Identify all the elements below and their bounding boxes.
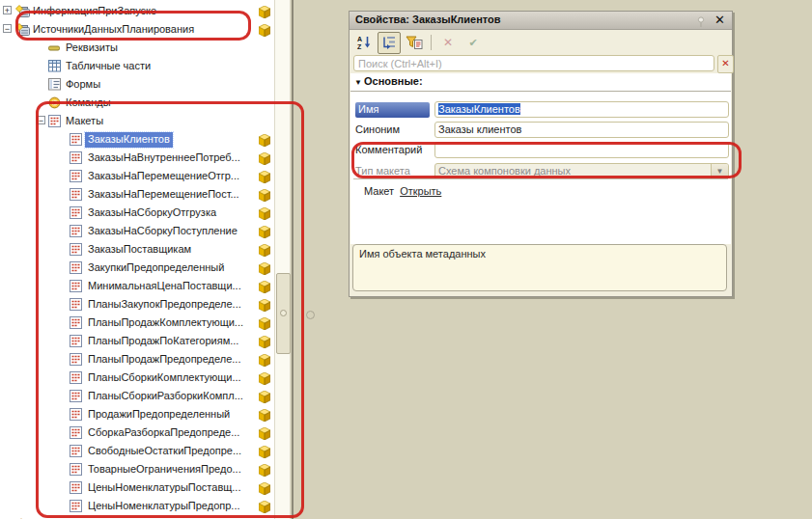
tree-item[interactable]: СборкаРазборкаПредопреде... — [0, 423, 274, 442]
tree-item-label: ЦеныНоменклатурыПредопр... — [88, 499, 240, 513]
form-icon — [48, 78, 63, 92]
layout-type-combobox[interactable]: Схема компоновки данных ▼ — [434, 163, 729, 179]
supplied-object-cube-icon — [259, 280, 270, 292]
tree-item-label: СвободныеОстаткиПредопре... — [88, 444, 241, 458]
configurator-window: +ИнформацияПриЗапуске−ИсточникиДанныхПла… — [0, 0, 812, 519]
tree-item[interactable]: +ИнформацияПриЗапуске — [0, 2, 274, 20]
field-row-synonym: Синоним Заказы клиентов — [350, 122, 731, 139]
tree-item[interactable]: ЗакупкиПредопределенный — [0, 259, 274, 277]
tree-item[interactable]: ПланыПродажПоКатегориям... — [0, 332, 274, 350]
apply-edit-icon[interactable]: ✔ — [462, 32, 485, 54]
tree-item-label: ЗаказыНаСборкуОтгрузка — [88, 205, 216, 220]
tree-item[interactable]: ЗаказыНаПеремещениеПост... — [0, 185, 274, 204]
tree-item[interactable]: ПланыСборкиРазборкиКомпл... — [0, 387, 274, 405]
layout-icon — [70, 335, 84, 348]
tree-item-label: Реквизиты — [66, 41, 118, 55]
name-input[interactable]: ЗаказыКлиентов — [434, 101, 729, 118]
layout-icon — [70, 261, 84, 275]
layout-icon — [70, 371, 84, 385]
tree-item-label: Команды — [66, 96, 111, 110]
tree-item[interactable]: ЗаказыНаСборкуПоступление — [0, 222, 274, 240]
tree-item-label: ЗаказыНаСборкуПоступление — [88, 224, 238, 238]
tree-item[interactable]: ПланыСборкиКомплектующи... — [0, 369, 274, 387]
tree-item[interactable]: ЗаказыНаСборкуОтгрузка — [0, 204, 274, 222]
scrollbar-thumb[interactable] — [276, 273, 291, 354]
expand-icon[interactable]: + — [3, 6, 12, 14]
supplied-object-cube-icon — [259, 408, 270, 421]
layout-icon — [48, 115, 63, 128]
command-icon — [48, 96, 63, 110]
tree-item-label: Макеты — [66, 114, 103, 128]
tree-item[interactable]: ПланыПродажКомплектующи... — [0, 314, 274, 332]
field-row-name: Имя ЗаказыКлиентов — [350, 101, 731, 119]
tree-item[interactable]: −ИсточникиДанныхПланирования — [0, 20, 274, 39]
dropdown-arrow-icon[interactable]: ▼ — [711, 164, 728, 178]
metadata-tree-pane[interactable]: +ИнформацияПриЗапуске−ИсточникиДанныхПла… — [0, 0, 274, 519]
tree-item[interactable]: ЗаказыКлиентов — [0, 130, 274, 149]
tree-item[interactable]: ПланыЗакупокПредопределе... — [0, 295, 274, 314]
field-label-comment[interactable]: Комментарий — [355, 143, 430, 158]
sort-az-icon[interactable]: A Z — [352, 32, 376, 54]
synonym-input[interactable]: Заказы клиентов — [434, 122, 729, 138]
pin-icon[interactable] — [697, 14, 705, 26]
layout-icon — [70, 298, 84, 312]
supplied-object-cube-icon — [259, 225, 270, 237]
supplied-object-cube-icon — [259, 5, 270, 17]
supplied-object-cube-icon — [259, 243, 270, 256]
open-layout-link[interactable]: Открыть — [400, 185, 441, 197]
cancel-edit-icon[interactable]: ✕ — [436, 32, 460, 54]
properties-title-bar[interactable]: Свойства: ЗаказыКлиентов ✕ — [350, 12, 732, 30]
layout-icon — [70, 188, 84, 202]
supplied-object-cube-icon — [259, 261, 270, 274]
tree-item-label: ЗаказыНаВнутреннееПотреб... — [88, 150, 240, 165]
tree-item-label: МинимальнаяЦенаПоставщи... — [88, 279, 241, 293]
tree-item[interactable]: ЗаказыНаВнутреннееПотреб... — [0, 149, 274, 167]
tree-item[interactable]: ПродажиПредопределенный — [0, 405, 274, 423]
datasource-icon — [15, 5, 30, 18]
supplied-object-cube-icon — [259, 298, 270, 311]
filter-important-icon[interactable] — [403, 32, 426, 54]
tree-item[interactable]: ТоварныеОграниченияПредо... — [0, 460, 274, 478]
field-label-name[interactable]: Имя — [355, 102, 430, 118]
tree-item[interactable]: +КартаМаршрутаБизнесПроцесса — [0, 515, 274, 519]
tree-scrollbar[interactable] — [274, 0, 291, 519]
tree-item[interactable]: Формы — [0, 75, 274, 94]
layout-icon — [70, 243, 84, 257]
tree-item-label: ПланыЗакупокПредопределе... — [88, 297, 241, 312]
comment-input[interactable] — [434, 142, 729, 158]
close-icon[interactable]: ✕ — [714, 13, 725, 27]
tree-item[interactable]: −Макеты — [0, 112, 274, 130]
svg-text:Z: Z — [357, 43, 362, 50]
field-row-comment: Комментарий — [350, 142, 731, 159]
tree-item[interactable]: ЦеныНоменклатурыПредопр... — [0, 497, 274, 515]
supplied-object-cube-icon — [259, 188, 270, 201]
layout-icon — [70, 481, 84, 495]
search-clear-icon[interactable]: ✕ — [717, 55, 734, 73]
layout-label: Макет — [364, 185, 394, 197]
section-main-header[interactable]: ▼ Основные: — [350, 75, 731, 92]
layout-icon — [70, 280, 84, 293]
tree-item[interactable]: ЦеныНоменклатурыПоставщ... — [0, 478, 274, 497]
tree-item[interactable]: ЗаказыПоставщикам — [0, 240, 274, 259]
tree-item-label: ПланыСборкиРазборкиКомпл... — [88, 389, 243, 403]
tree-item-label: ПродажиПредопределенный — [88, 407, 230, 422]
layout-icon — [70, 225, 84, 238]
tree-item[interactable]: Реквизиты — [0, 39, 274, 57]
tree-item[interactable]: ПланыПродажПредопределе... — [0, 350, 274, 369]
collapse-icon[interactable]: − — [37, 116, 45, 124]
layout-open-row: МакетОткрыть — [364, 185, 441, 197]
tree-item[interactable]: СвободныеОстаткиПредопре... — [0, 442, 274, 460]
search-input[interactable] — [353, 55, 714, 71]
properties-title: Свойства: ЗаказыКлиентов — [355, 14, 501, 25]
field-label-synonym[interactable]: Синоним — [355, 123, 430, 138]
tree-item[interactable]: Команды — [0, 94, 274, 112]
tree-item-label: Формы — [66, 77, 100, 92]
tree-item[interactable]: ЗаказыНаПеремещениеОтгр... — [0, 167, 274, 185]
collapse-triangle-icon[interactable]: ▼ — [354, 78, 362, 87]
collapse-icon[interactable]: − — [3, 24, 12, 33]
pane-splitter[interactable] — [292, 0, 294, 519]
tree-item[interactable]: МинимальнаяЦенаПоставщи... — [0, 277, 274, 295]
tree-item[interactable]: Табличные части — [0, 57, 274, 75]
arrange-by-categories-icon[interactable] — [378, 32, 401, 54]
supplied-object-cube-icon — [259, 23, 270, 36]
